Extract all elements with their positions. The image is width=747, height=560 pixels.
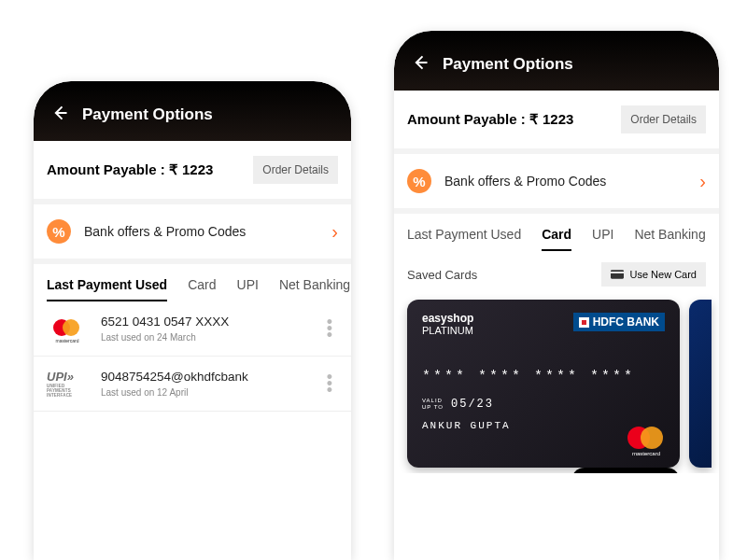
back-icon[interactable] xyxy=(50,104,69,126)
credit-card-wrapper: easyshopPLATINUM HDFC BANK **** **** ***… xyxy=(407,300,680,468)
mastercard-icon: mastercard xyxy=(47,315,88,343)
promo-label: Bank offers & Promo Codes xyxy=(84,224,318,239)
saved-cards-label: Saved Cards xyxy=(407,268,477,282)
payment-tabs: Last Payment Used Card UPI Net Banking xyxy=(34,264,351,301)
amount-row: Amount Payable : ₹ 1223 Order Details xyxy=(394,91,719,154)
kebab-icon[interactable]: ••• xyxy=(321,372,338,395)
payment-list: mastercard 6521 0431 0547 XXXX Last used… xyxy=(34,301,351,412)
saved-cards-header: Saved Cards Use New Card xyxy=(394,251,719,294)
card-carousel[interactable]: easyshopPLATINUM HDFC BANK **** **** ***… xyxy=(394,294,719,473)
svg-rect-1 xyxy=(611,272,624,273)
phone-screen-last-payment: Payment Options Amount Payable : ₹ 1223 … xyxy=(34,81,351,560)
tab-net[interactable]: Net Banking xyxy=(279,277,350,301)
payment-subtitle: Last used on 24 March xyxy=(101,332,308,343)
svg-rect-0 xyxy=(611,270,624,278)
promo-row[interactable]: % Bank offers & Promo Codes › xyxy=(394,154,719,214)
chevron-right-icon: › xyxy=(331,221,338,243)
tab-card[interactable]: Card xyxy=(188,277,216,301)
promo-row[interactable]: % Bank offers & Promo Codes › xyxy=(34,204,351,264)
card-icon xyxy=(611,270,624,279)
next-card-peek[interactable] xyxy=(689,300,712,468)
app-header: Payment Options xyxy=(394,31,719,91)
card-brand: easyshopPLATINUM xyxy=(422,313,473,337)
percent-icon: % xyxy=(407,169,431,193)
percent-icon: % xyxy=(47,219,71,244)
payment-meta: 9048754254@okhdfcbank Last used on 12 Ap… xyxy=(101,370,308,398)
list-item[interactable]: mastercard 6521 0431 0547 XXXX Last used… xyxy=(34,301,351,357)
card-number: **** **** **** **** xyxy=(422,369,665,385)
upi-icon: UPI»UNIFIED PAYMENTS INTERFACE xyxy=(47,370,88,398)
payment-subtitle: Last used on 12 April xyxy=(101,387,308,398)
credit-card[interactable]: easyshopPLATINUM HDFC BANK **** **** ***… xyxy=(407,300,680,468)
amount-payable: Amount Payable : ₹ 1223 xyxy=(407,111,573,128)
use-this-card-button[interactable]: Use this card → xyxy=(571,468,680,473)
header-title: Payment Options xyxy=(443,55,573,74)
header-title: Payment Options xyxy=(82,105,213,124)
use-new-card-button[interactable]: Use New Card xyxy=(601,262,706,287)
amount-payable: Amount Payable : ₹ 1223 xyxy=(47,161,213,178)
payment-title: 9048754254@okhdfcbank xyxy=(101,370,308,384)
use-new-card-label: Use New Card xyxy=(629,269,697,280)
hdfc-icon xyxy=(579,317,589,328)
back-icon[interactable] xyxy=(411,53,430,76)
tab-upi[interactable]: UPI xyxy=(237,277,259,301)
amount-row: Amount Payable : ₹ 1223 Order Details xyxy=(34,141,351,204)
kebab-icon[interactable]: ••• xyxy=(321,317,338,340)
bank-logo: HDFC BANK xyxy=(573,313,665,331)
order-details-button[interactable]: Order Details xyxy=(253,156,338,184)
tab-last-payment[interactable]: Last Payment Used xyxy=(407,227,521,251)
tab-net[interactable]: Net Banking xyxy=(634,227,705,251)
payment-tabs: Last Payment Used Card UPI Net Banking xyxy=(394,214,719,251)
tab-last-payment[interactable]: Last Payment Used xyxy=(47,277,167,301)
phone-screen-card: Payment Options Amount Payable : ₹ 1223 … xyxy=(394,31,719,560)
app-header: Payment Options xyxy=(34,81,351,141)
list-item[interactable]: UPI»UNIFIED PAYMENTS INTERFACE 904875425… xyxy=(34,357,351,412)
card-valid: VALID UP TO 05/23 xyxy=(422,398,665,411)
order-details-button[interactable]: Order Details xyxy=(621,105,706,133)
promo-label: Bank offers & Promo Codes xyxy=(444,174,686,189)
mastercard-icon: mastercard xyxy=(627,427,665,455)
payment-meta: 6521 0431 0547 XXXX Last used on 24 Marc… xyxy=(101,315,308,343)
chevron-right-icon: › xyxy=(699,171,706,192)
tab-card[interactable]: Card xyxy=(542,227,571,251)
payment-title: 6521 0431 0547 XXXX xyxy=(101,315,308,329)
tab-upi[interactable]: UPI xyxy=(592,227,613,251)
